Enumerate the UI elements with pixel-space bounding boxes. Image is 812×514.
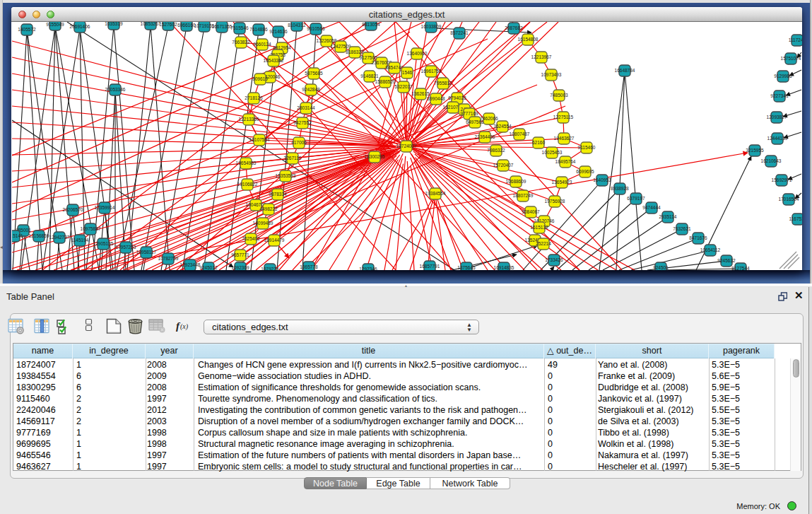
svg-text:(x): (x) [180,322,189,331]
svg-text:3267110: 3267110 [284,156,302,160]
svg-text:19106822: 19106822 [237,182,258,187]
svg-text:6379197: 6379197 [627,196,645,201]
svg-text:20053346: 20053346 [105,87,126,92]
svg-text:9155049: 9155049 [46,22,64,27]
svg-text:2087682: 2087682 [505,25,523,30]
svg-text:1145194: 1145194 [71,238,89,243]
svg-text:6966160: 6966160 [177,23,196,28]
svg-text:19384554: 19384554 [425,191,446,196]
svg-text:15720407: 15720407 [493,163,514,168]
svg-text:7614886: 7614886 [249,27,268,32]
svg-text:12156859: 12156859 [29,233,49,238]
svg-text:1546: 1546 [402,70,413,75]
svg-text:7515546: 7515546 [230,25,249,30]
svg-text:17957253: 17957253 [116,245,136,250]
svg-text:9146821: 9146821 [360,74,379,78]
svg-text:9242848: 9242848 [302,87,320,92]
svg-text:19463627: 19463627 [554,136,575,141]
svg-text:1092369: 1092369 [231,265,249,270]
svg-text:417006: 417006 [291,140,307,145]
svg-text:9129986: 9129986 [774,74,792,78]
svg-text:15692971: 15692971 [772,177,792,182]
svg-text:21364436: 21364436 [475,134,495,139]
svg-text:12923448: 12923448 [180,262,201,267]
svg-text:1615132: 1615132 [530,225,548,230]
svg-text:1733426: 1733426 [545,257,563,262]
svg-text:7625402: 7625402 [242,236,260,241]
svg-text:18300295: 18300295 [365,154,385,159]
svg-text:10025453: 10025453 [542,150,563,155]
svg-text:5875685: 5875685 [305,71,323,76]
svg-text:2935114: 2935114 [659,214,677,219]
svg-text:10975887: 10975887 [81,226,101,231]
svg-text:20206570: 20206570 [63,207,83,212]
svg-text:3624554: 3624554 [493,124,512,129]
svg-text:15751074: 15751074 [781,56,801,61]
svg-text:8938928: 8938928 [611,186,629,191]
svg-text:19756928: 19756928 [545,199,565,204]
svg-text:7663822: 7663822 [232,40,250,45]
svg-text:16857791: 16857791 [420,264,440,269]
svg-text:16914479: 16914479 [264,238,285,243]
svg-text:9657771: 9657771 [231,252,249,257]
svg-text:8186328: 8186328 [346,49,364,54]
svg-text:9427552: 9427552 [293,120,312,125]
svg-text:6699695: 6699695 [576,169,594,174]
svg-text:9245012: 9245012 [199,265,218,270]
svg-text:9777169: 9777169 [460,111,478,116]
svg-text:16210643: 16210643 [761,158,782,163]
svg-text:10853267: 10853267 [141,22,161,26]
svg-text:8454749: 8454749 [385,65,404,70]
svg-text:16961758: 16961758 [421,69,442,74]
svg-text:17359914: 17359914 [95,205,115,210]
svg-text:7986322: 7986322 [487,148,505,153]
svg-text:16033809: 16033809 [421,24,442,29]
svg-text:7955812: 7955812 [434,81,452,86]
svg-text:18807249: 18807249 [513,193,534,198]
svg-text:3215955: 3215955 [746,148,764,153]
svg-text:8572241: 8572241 [450,30,469,35]
svg-text:12427509: 12427509 [331,44,351,49]
svg-text:12905135: 12905135 [93,241,114,246]
svg-text:9610566: 9610566 [307,26,325,31]
svg-text:1035319: 1035319 [105,22,123,26]
svg-text:12213369: 12213369 [239,117,259,122]
svg-text:18724007: 18724007 [396,144,417,148]
svg-text:16671355: 16671355 [212,24,233,29]
svg-text:20691406: 20691406 [70,24,90,29]
svg-text:16107554: 16107554 [249,137,270,142]
svg-text:12444139: 12444139 [767,136,788,141]
svg-text:1405572: 1405572 [18,27,36,32]
svg-text:9878334: 9878334 [269,192,287,197]
svg-text:9115460: 9115460 [578,145,596,150]
svg-text:909619: 909619 [252,76,268,81]
svg-text:1065778: 1065778 [300,264,318,269]
svg-text:15886520: 15886520 [375,79,396,84]
svg-text:1079275: 1079275 [261,267,279,270]
svg-text:1117244: 1117244 [789,37,802,42]
svg-text:6794028: 6794028 [448,95,466,100]
svg-text:12942737: 12942737 [49,235,70,240]
svg-text:9214636: 9214636 [269,29,288,34]
svg-text:9084067: 9084067 [522,209,540,214]
svg-text:9227341: 9227341 [770,93,789,98]
svg-text:8104312: 8104312 [288,23,306,28]
svg-text:8990448: 8990448 [427,96,445,101]
svg-text:10807487: 10807487 [510,132,530,136]
svg-text:16543362: 16543362 [264,58,284,63]
svg-text:252214: 252214 [536,241,551,246]
svg-text:13640910: 13640910 [407,51,428,56]
svg-text:19654985: 19654985 [236,160,257,165]
svg-text:1640953: 1640953 [593,177,611,182]
svg-text:10958117: 10958117 [136,250,157,255]
svg-text:1375645: 1375645 [457,265,476,270]
svg-text:4498222: 4498222 [259,206,278,211]
svg-text:62160: 62160 [532,140,545,145]
svg-text:8813054: 8813054 [362,22,380,27]
svg-text:10654112: 10654112 [700,247,721,252]
svg-text:13654923: 13654923 [552,180,572,185]
svg-text:9660124: 9660124 [253,42,271,47]
svg-text:14099489: 14099489 [253,221,273,226]
svg-text:16914835: 16914835 [494,265,514,270]
svg-text:8471676: 8471676 [689,235,707,240]
